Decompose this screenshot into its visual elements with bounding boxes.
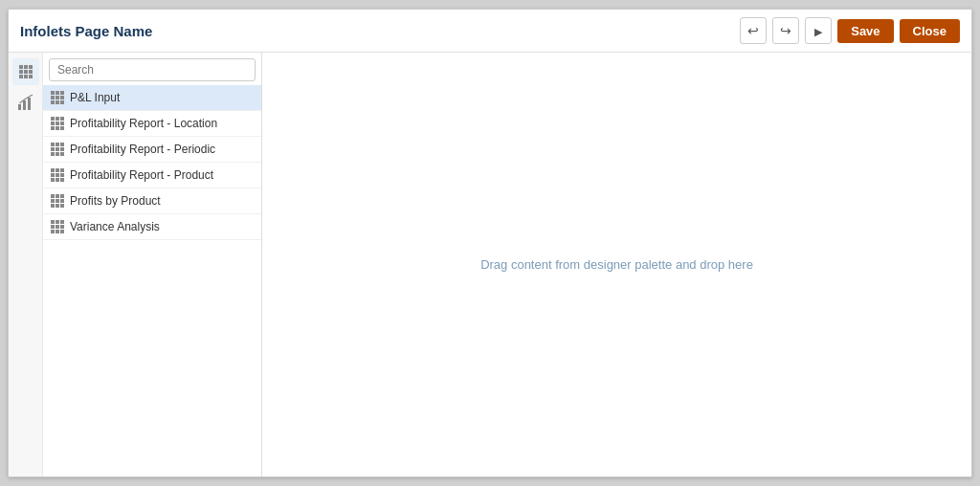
sidebar-icon-col bbox=[9, 53, 43, 476]
list-item-label: Profitability Report - Periodic bbox=[70, 143, 215, 156]
chart-icon bbox=[17, 94, 34, 111]
list-item-label: Variance Analysis bbox=[70, 220, 160, 233]
list-item-grid-icon bbox=[51, 220, 64, 233]
main-window: Infolets Page Name Save Close bbox=[8, 9, 972, 477]
undo-icon bbox=[747, 23, 759, 38]
svg-rect-1 bbox=[23, 100, 26, 110]
save-button[interactable]: Save bbox=[837, 19, 893, 43]
drop-hint: Drag content from designer palette and d… bbox=[480, 257, 753, 272]
redo-button[interactable] bbox=[772, 17, 799, 44]
list-item[interactable]: Profitability Report - Location bbox=[43, 111, 261, 137]
list-item[interactable]: Profits by Product bbox=[43, 188, 261, 214]
redo-icon bbox=[780, 23, 791, 38]
list-item-grid-icon bbox=[51, 143, 64, 156]
list-item-label: Profitability Report - Location bbox=[70, 117, 217, 130]
page-title: Infolets Page Name bbox=[20, 23, 152, 39]
close-button[interactable]: Close bbox=[900, 19, 960, 43]
content-area: Drag content from designer palette and d… bbox=[262, 53, 971, 476]
list-item-grid-icon bbox=[51, 194, 64, 208]
list-item[interactable]: Profitability Report - Periodic bbox=[43, 137, 261, 163]
list-item-label: P&L Input bbox=[70, 91, 120, 104]
sidebar-tab-chart[interactable] bbox=[12, 89, 39, 116]
preview-button[interactable] bbox=[805, 17, 832, 44]
titlebar: Infolets Page Name Save Close bbox=[9, 10, 971, 53]
grid-icon bbox=[19, 65, 33, 78]
sidebar-items-container: P&L InputProfitability Report - Location… bbox=[43, 85, 261, 240]
search-wrap bbox=[43, 53, 261, 85]
toolbar-actions: Save Close bbox=[740, 17, 960, 44]
sidebar-tab-grid[interactable] bbox=[12, 58, 39, 85]
list-item-grid-icon bbox=[51, 91, 64, 104]
undo-button[interactable] bbox=[740, 17, 767, 44]
list-item[interactable]: Variance Analysis bbox=[43, 214, 261, 240]
svg-rect-0 bbox=[18, 104, 21, 110]
svg-rect-2 bbox=[28, 98, 31, 110]
sidebar: P&L InputProfitability Report - Location… bbox=[9, 53, 262, 476]
list-item[interactable]: P&L Input bbox=[43, 85, 261, 111]
list-item[interactable]: Profitability Report - Product bbox=[43, 163, 261, 188]
main-area: P&L InputProfitability Report - Location… bbox=[9, 53, 971, 476]
list-item-grid-icon bbox=[51, 168, 64, 182]
search-input[interactable] bbox=[49, 58, 256, 81]
sidebar-content: P&L InputProfitability Report - Location… bbox=[9, 53, 261, 476]
sidebar-list: P&L InputProfitability Report - Location… bbox=[43, 53, 261, 476]
list-item-grid-icon bbox=[51, 117, 64, 130]
list-item-label: Profitability Report - Product bbox=[70, 168, 213, 182]
list-item-label: Profits by Product bbox=[70, 194, 161, 208]
play-icon bbox=[814, 23, 822, 38]
